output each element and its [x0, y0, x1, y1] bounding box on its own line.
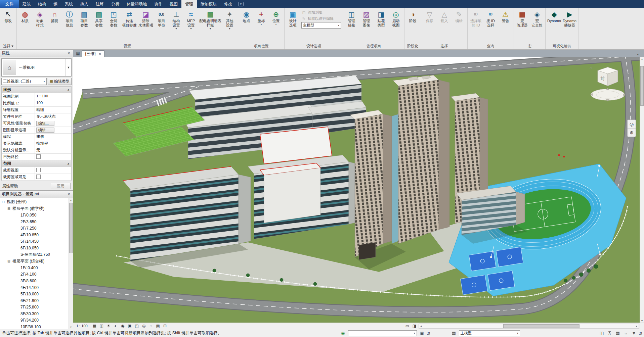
structural-settings-button[interactable]: 结构 设置 ▾ [169, 9, 183, 31]
steering-wheel-icon[interactable]: ◎ [628, 120, 636, 128]
location-button[interactable]: 地点 [239, 9, 254, 26]
scroll-down-icon[interactable]: ▾ [69, 325, 73, 329]
sun-path-icon[interactable]: ☀ [105, 323, 112, 329]
property-row[interactable]: 显示隐藏线 按规程 [2, 140, 71, 147]
viewport-vertical-scrollbar[interactable]: ▴ ▾ [640, 57, 644, 323]
panel-label-project-location[interactable]: 项目位置 [238, 43, 284, 49]
object-styles-button[interactable]: 对象 样式 [33, 9, 47, 31]
browser-tree-item[interactable]: ⊟ 楼层平面 (综合楼) [0, 258, 73, 264]
property-row[interactable]: 规程 建筑 [2, 134, 71, 140]
ribbon-options-icon[interactable]: ▾ [236, 0, 246, 8]
property-row[interactable]: 图形显示选项 编辑... [2, 127, 71, 134]
browser-tree-item[interactable]: 5F/14.450 [0, 238, 73, 245]
tree-toggle-icon[interactable]: ⊟ [2, 200, 5, 204]
crop-view-icon[interactable]: ▣ [126, 323, 133, 329]
property-row[interactable]: 默认分析显示... 无 [2, 147, 71, 154]
ribbon-tab[interactable]: 建筑 [19, 0, 34, 8]
project-browser-header[interactable]: 项目浏览器 - 景观.rvt × [0, 191, 73, 198]
select-underlay-icon[interactable]: ▦ [615, 330, 621, 336]
panel-label-phasing[interactable]: 阶段化 [404, 43, 421, 49]
browser-tree-item[interactable]: ⊟ 视图 (全部) [0, 199, 73, 205]
viewcube[interactable]: ⌂ 前 [588, 62, 629, 107]
save-selection-button[interactable]: 保存 [422, 9, 437, 26]
worksets-icon[interactable]: ◉ [340, 330, 346, 336]
add-to-set-button[interactable]: 添加到集 [301, 10, 341, 15]
ribbon-tab[interactable]: 插入 [77, 0, 92, 8]
active-workset-select[interactable]: ▾ [348, 330, 417, 336]
purge-unused-button[interactable]: 清除 未使用项 [138, 9, 154, 31]
view-tabs-menu-icon[interactable]: ▾ [637, 53, 639, 56]
snaps-button[interactable]: 捕捉 [47, 9, 62, 26]
property-row[interactable]: 详细程度 精细 [2, 107, 71, 113]
pick-to-edit-button[interactable]: 拾取以进行编辑 [301, 16, 341, 21]
property-group-extents[interactable]: 范围 ∧ [2, 160, 71, 167]
browser-tree-item[interactable]: 4F/10.850 [0, 232, 73, 238]
phases-button[interactable]: 阶段 [405, 9, 420, 26]
browser-tree-item[interactable]: 2F/3.650 [0, 219, 73, 225]
ribbon-tab[interactable]: 注释 [92, 0, 108, 8]
ids-of-selection-button[interactable]: 选择项 的 ID [469, 9, 483, 31]
show-crop-region-icon[interactable]: ◰ [133, 323, 140, 329]
viewport-horizontal-scrollbar[interactable]: ◂ ▸ [419, 324, 639, 329]
warnings-button[interactable]: 警告 [498, 9, 513, 26]
ribbon-tab[interactable]: 分析 [108, 0, 123, 8]
close-icon[interactable]: × [67, 192, 71, 197]
browser-tree-item[interactable]: 1F/-0.400 [0, 264, 73, 271]
browser-tree-item[interactable]: 5F/18.000 [0, 291, 73, 297]
macro-security-button[interactable]: 宏 安全性 [530, 9, 544, 31]
manage-images-button[interactable]: 管理 图像 [359, 9, 374, 31]
tile-window-icon[interactable]: ◨ [411, 323, 418, 329]
view-scale-button[interactable]: 1 : 100 [73, 323, 91, 329]
panel-label-selection[interactable]: 选择 [421, 43, 467, 49]
project-units-button[interactable]: 项目 单位 [154, 9, 169, 31]
close-icon[interactable]: × [67, 51, 71, 56]
scroll-left-icon[interactable]: ◂ [419, 324, 423, 328]
restore-window-icon[interactable]: ▭ [404, 323, 411, 329]
scrollbar-thumb[interactable] [640, 66, 644, 106]
apply-button[interactable]: 应用 [51, 183, 71, 189]
select-by-id-button[interactable]: 按 ID 选择 [483, 9, 498, 31]
property-row[interactable]: 视图比例 1 : 100 [2, 93, 71, 100]
browser-tree-item[interactable]: 6F/21.900 [0, 297, 73, 304]
drag-on-selection-icon[interactable]: ↔ [623, 330, 629, 336]
starting-view-button[interactable]: 启动 视图 [389, 9, 403, 31]
ribbon-tab[interactable]: 协作 [151, 0, 166, 8]
properties-header[interactable]: 属性 × [0, 50, 73, 57]
temporary-hide-isolate-icon[interactable]: ◎ [140, 323, 147, 329]
panel-schedule-templates-button[interactable]: 配电盘明细表 样板 ▾ [199, 9, 222, 31]
ribbon-tab[interactable]: 体量和场地 [123, 0, 151, 8]
instance-filter-select[interactable]: 三维视图: {三维} ▾ [1, 78, 47, 85]
drawing-area[interactable]: ⌂ 前 ◎ ⊕ [73, 57, 644, 323]
browser-tree-item[interactable]: 8F/30.300 [0, 310, 73, 317]
coordinates-button[interactable]: 坐标 ▾ [254, 9, 268, 26]
ribbon-tab[interactable]: 钢 [50, 0, 61, 8]
active-design-option-select[interactable]: 主模型 ▾ [301, 22, 341, 29]
macro-manager-button[interactable]: 宏 管理器 [515, 9, 529, 31]
load-selection-button[interactable]: 载入 [437, 9, 452, 26]
transfer-project-standards-button[interactable]: 传递 项目标准 [121, 9, 137, 31]
visual-style-icon[interactable]: ◫ [98, 323, 105, 329]
reveal-hidden-elements-icon[interactable]: ◌ [147, 323, 155, 329]
view-tab-3d[interactable]: {三维} × [82, 50, 104, 57]
browser-scrollbar[interactable]: ▴ ▾ [69, 198, 73, 329]
scroll-down-icon[interactable]: ▾ [640, 319, 644, 323]
scrollbar-thumb[interactable] [503, 324, 579, 328]
panel-label-macros[interactable]: 宏 [514, 43, 545, 49]
property-row[interactable]: 日光路径 [2, 154, 71, 160]
materials-button[interactable]: 材质 [18, 9, 32, 26]
type-selector[interactable]: ⌂ 三维视图 ▼ [1, 58, 72, 77]
select-pinned-icon[interactable]: ⊼ [607, 330, 613, 336]
file-menu-button[interactable]: 文件 [0, 0, 19, 8]
property-group-graphics[interactable]: 图形 ∧ [2, 87, 71, 93]
manage-links-button[interactable]: 管理 链接 [344, 9, 359, 31]
editing-requests-icon[interactable]: ▣ [419, 330, 425, 336]
global-parameters-button[interactable]: 全局 参数 [106, 9, 121, 31]
scroll-right-icon[interactable]: ▸ [635, 324, 639, 328]
decal-types-button[interactable]: 贴花 类型 [374, 9, 388, 31]
shared-parameters-button[interactable]: 共享 参数 [92, 9, 106, 31]
panel-label-settings[interactable]: 设置 [17, 43, 238, 49]
panel-label-inquiry[interactable]: 查询 [468, 43, 514, 49]
browser-tree-item[interactable]: S-屋面层/21.750 [0, 251, 73, 258]
scrollbar-thumb[interactable] [69, 203, 73, 253]
panel-label-visual-programming[interactable]: 可视化编辑 [546, 43, 578, 49]
